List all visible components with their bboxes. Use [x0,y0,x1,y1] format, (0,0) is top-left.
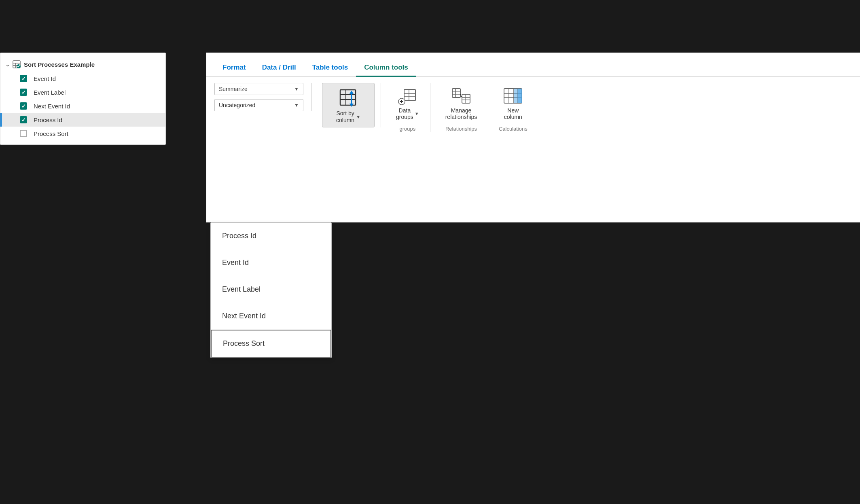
sort-menu-item-process-id[interactable]: Process Id [211,223,331,250]
data-groups-chevron-icon: ▼ [415,111,419,116]
manage-relationships-button[interactable]: Managerelationships [441,83,482,123]
manage-relationships-label: Managerelationships [445,107,477,120]
new-column-group: Newcolumn Calculations [492,83,534,132]
summarize-dropdown[interactable]: Summarize ▼ [214,83,303,95]
manage-relationships-group-label: Relationships [445,126,477,132]
checkmark-icon: ✓ [21,117,26,123]
svg-rect-21 [462,94,470,103]
svg-rect-5 [340,90,356,105]
summarize-chevron-icon: ▼ [294,86,299,92]
tab-table-tools[interactable]: Table tools [304,59,356,77]
data-groups-icon [398,86,417,106]
sort-by-column-label: Sort bycolumn [336,110,354,124]
tab-format[interactable]: Format [214,59,254,77]
field-item-process-sort[interactable]: Process Sort [0,127,165,140]
checkbox-next-event-id[interactable]: ✓ [20,102,27,110]
sort-menu-item-event-id[interactable]: Event Id [211,250,331,276]
ribbon-content: Summarize ▼ Uncategorized ▼ [206,77,860,214]
svg-rect-17 [452,89,460,97]
sort-menu-item-event-label[interactable]: Event Label [211,276,331,303]
summarize-label: Summarize [219,86,294,92]
sort-menu-item-next-event-id[interactable]: Next Event Id [211,303,331,330]
field-name-label: Process Sort [34,130,68,137]
uncategorized-dropdown[interactable]: Uncategorized ▼ [214,99,303,111]
checkbox-process-id[interactable]: ✓ [20,116,27,123]
field-item-process-id[interactable]: ✓Process Id [0,113,165,127]
sort-by-column-icon [339,88,358,108]
checkbox-process-sort[interactable] [20,130,27,137]
field-list-title: Sort Processes Example [24,61,95,68]
manage-relationships-group: Managerelationships Relationships [434,83,489,132]
sort-menu-items-container: Process IdEvent IdEvent LabelNext Event … [211,223,331,358]
ribbon: Format Data / Drill Table tools Column t… [206,53,860,222]
checkbox-event-label[interactable]: ✓ [20,89,27,96]
sort-by-column-dropdown-menu: Process IdEvent IdEvent LabelNext Event … [210,222,332,358]
field-item-event-id[interactable]: ✓Event Id [0,72,165,85]
uncategorized-label: Uncategorized [219,102,294,108]
field-name-label: Next Event Id [34,103,70,110]
svg-rect-31 [514,89,518,103]
summarize-area: Summarize ▼ Uncategorized ▼ [214,83,312,111]
sort-by-column-group: Sort bycolumn ▼ [316,83,381,127]
data-groups-label: Datagroups [396,107,413,120]
field-item-event-label[interactable]: ✓Event Label [0,85,165,99]
checkmark-icon: ✓ [21,104,26,109]
field-items-container: ✓Event Id✓Event Label✓Next Event Id✓Proc… [0,72,165,140]
expand-chevron-icon: ⌄ [5,61,10,68]
tab-data-drill[interactable]: Data / Drill [254,59,304,77]
field-list-panel: ⌄ Sort Processes Example ✓Event Id✓Event… [0,53,166,145]
table-icon [13,60,21,68]
sort-menu-item-process-sort[interactable]: Process Sort [211,330,331,358]
svg-rect-10 [404,89,415,101]
ribbon-tabs: Format Data / Drill Table tools Column t… [206,53,860,77]
sort-by-column-button[interactable]: Sort bycolumn ▼ [322,83,375,127]
field-name-label: Process Id [34,116,62,123]
data-groups-group: Datagroups ▼ groups [385,83,430,132]
checkmark-icon: ✓ [21,76,26,81]
new-column-button[interactable]: Newcolumn [498,83,527,123]
checkmark-icon: ✓ [21,90,26,95]
sort-btn-chevron-icon: ▼ [356,114,360,119]
field-name-label: Event Id [34,75,56,82]
field-list-header[interactable]: ⌄ Sort Processes Example [0,57,165,72]
svg-rect-32 [518,89,522,103]
main-container: ⌄ Sort Processes Example ✓Event Id✓Event… [0,53,860,504]
new-column-label: Newcolumn [504,107,522,120]
new-column-icon [503,86,523,106]
data-groups-button[interactable]: Datagroups ▼ [391,83,424,123]
field-item-next-event-id[interactable]: ✓Next Event Id [0,99,165,113]
uncategorized-chevron-icon: ▼ [294,102,299,108]
checkbox-event-id[interactable]: ✓ [20,75,27,82]
field-name-label: Event Label [34,89,66,96]
tab-column-tools[interactable]: Column tools [356,59,416,77]
manage-relationships-icon [451,86,471,106]
data-groups-group-label: groups [399,126,415,132]
new-column-group-label: Calculations [499,126,527,132]
